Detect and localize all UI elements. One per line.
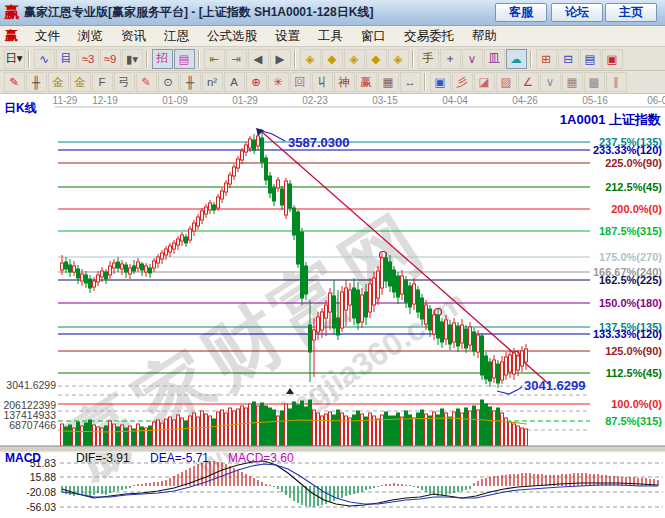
candle-body — [377, 271, 380, 298]
check-lines-icon[interactable]: ∨ — [540, 72, 561, 92]
grid-arrow-icon[interactable]: ▩ — [584, 72, 605, 92]
chart-area[interactable]: 11-2912-1901-0901-2902-2303-1504-0404-26… — [0, 94, 665, 518]
candle-body — [341, 292, 344, 328]
draw-pen-icon[interactable]: ✎ — [4, 72, 25, 92]
volume-bar — [485, 404, 488, 446]
notepad-icon[interactable]: ▤ — [580, 49, 601, 69]
rocket-pen-icon[interactable]: ✎ — [136, 72, 157, 92]
candle-body — [61, 263, 64, 270]
candle-body — [321, 312, 324, 330]
zoom-diamond-3-icon[interactable]: ◈ — [344, 49, 365, 69]
next-bar-icon[interactable]: ▶ — [270, 49, 291, 69]
volume-bar — [469, 411, 472, 446]
macd-indicator-label[interactable]: MACD — [5, 451, 41, 465]
forum-button[interactable]: 论坛 — [551, 3, 603, 22]
shaded-box-icon[interactable]: ◪ — [474, 72, 495, 92]
homepage-button[interactable]: 主页 — [605, 3, 657, 22]
calendar-icon[interactable]: ⊞ — [536, 49, 557, 69]
gold-grid-1-icon[interactable]: 金 — [48, 72, 69, 92]
square-spiral-icon[interactable]: 回 — [290, 72, 311, 92]
zoom-diamond-5-icon[interactable]: ◈ — [388, 49, 409, 69]
volume-bar — [301, 401, 304, 446]
stamp-icon[interactable]: 招 — [152, 49, 173, 69]
parallel-lines-icon[interactable]: ∥ — [606, 72, 627, 92]
crosshair-icon[interactable]: ＋ — [440, 49, 461, 69]
spiral-icon[interactable]: 弓 — [114, 72, 135, 92]
candle-body — [365, 292, 368, 317]
save-icon[interactable]: ▣ — [602, 49, 623, 69]
menu-item-江恩[interactable]: 江恩 — [155, 28, 198, 45]
zoom-diamond-4-icon[interactable]: ◆ — [366, 49, 387, 69]
app-logo-icon: 赢 — [4, 3, 19, 22]
hand-tool-icon[interactable]: 手 — [418, 49, 439, 69]
prev-bar-icon[interactable]: ◀ — [248, 49, 269, 69]
ruler-grid-icon[interactable]: ╫ — [180, 72, 201, 92]
menu-item-公式选股[interactable]: 公式选股 — [198, 28, 266, 45]
volume-bar — [121, 425, 124, 446]
link-tool-icon[interactable]: ∿ — [34, 49, 55, 69]
calculator-icon[interactable]: ⊟ — [558, 49, 579, 69]
candle-body — [461, 325, 464, 343]
customer-service-button[interactable]: 客服 — [495, 3, 547, 22]
menu-item-设置[interactable]: 设置 — [266, 28, 309, 45]
toolbar-separator — [28, 50, 30, 68]
candle-body — [337, 318, 340, 335]
gold-grid-2-icon[interactable]: 金 — [70, 72, 91, 92]
candle-body — [153, 261, 156, 268]
candle-body — [409, 286, 412, 307]
candle-body — [209, 203, 212, 210]
angle-fan-icon[interactable]: ∠ — [518, 72, 539, 92]
shen-grid-icon[interactable]: 神 — [334, 72, 355, 92]
candle-body — [401, 276, 404, 294]
measure-width-icon[interactable]: ↔ — [400, 72, 421, 92]
clock-cycle-icon[interactable]: ⊙ — [158, 72, 179, 92]
candle-body — [145, 266, 148, 272]
volume-bar — [293, 402, 296, 446]
date-tick: 06-05 — [647, 95, 665, 106]
grid-small-icon[interactable]: ▦ — [562, 72, 583, 92]
star-burst-icon[interactable]: ✳ — [268, 72, 289, 92]
candle-body — [257, 136, 260, 146]
color-chart-icon[interactable]: ▤ — [174, 49, 195, 69]
menu-item-工具[interactable]: 工具 — [309, 28, 352, 45]
text-tool-icon[interactable]: A — [224, 72, 245, 92]
gann-castle-icon[interactable]: 皿 — [484, 49, 505, 69]
menu-item-资讯[interactable]: 资讯 — [112, 28, 155, 45]
candle-body — [437, 315, 440, 338]
candle-body — [201, 211, 204, 220]
menu-item-浏览[interactable]: 浏览 — [69, 28, 112, 45]
menu-item-窗口[interactable]: 窗口 — [352, 28, 395, 45]
zoom-diamond-1-icon[interactable]: ◈ — [300, 49, 321, 69]
menu-item-文件[interactable]: 文件 — [26, 28, 69, 45]
first-bar-icon[interactable]: ⇤ — [204, 49, 225, 69]
wave-3-icon[interactable]: ≈3 — [78, 49, 99, 69]
volume-bar — [453, 412, 456, 446]
candle-body — [217, 197, 220, 208]
fan-lines-icon[interactable]: 彡 — [452, 72, 473, 92]
n2-grid-icon[interactable]: n² — [202, 72, 223, 92]
volume-bar — [449, 417, 452, 446]
candle-body — [353, 288, 356, 318]
fan-box-icon[interactable]: ▨ — [496, 72, 517, 92]
ying-grid-icon[interactable]: 赢 — [356, 72, 377, 92]
zoom-diamond-2-icon[interactable]: ◆ — [322, 49, 343, 69]
f-grid-icon[interactable]: F — [92, 72, 113, 92]
menu-item-帮助[interactable]: 帮助 — [463, 28, 506, 45]
toolbar-separator — [146, 50, 148, 68]
grid-tool-icon[interactable]: ╫ — [26, 72, 47, 92]
gann-level-label: 175.0%(270) — [599, 251, 662, 263]
window-box-icon[interactable]: ▣ — [430, 72, 451, 92]
candle-body — [129, 268, 132, 274]
cloud-tool-icon[interactable]: ☁ — [506, 49, 527, 69]
angle-pick-icon[interactable]: ∨ — [462, 49, 483, 69]
gann-mark-icon[interactable]: 丩 — [312, 72, 333, 92]
target-circle-icon[interactable]: ⊕ — [246, 72, 267, 92]
period-selector[interactable]: 日▾ — [4, 49, 25, 69]
candle-body — [105, 272, 108, 279]
wave-9-icon[interactable]: ≈9 — [100, 49, 121, 69]
info-panel-icon[interactable]: 目 — [56, 49, 77, 69]
menu-item-交易委托[interactable]: 交易委托 — [395, 28, 463, 45]
candle-style-icon[interactable]: ▮▾ — [122, 49, 143, 69]
abacus-icon[interactable]: ▦ — [378, 72, 399, 92]
last-bar-icon[interactable]: ⇥ — [226, 49, 247, 69]
